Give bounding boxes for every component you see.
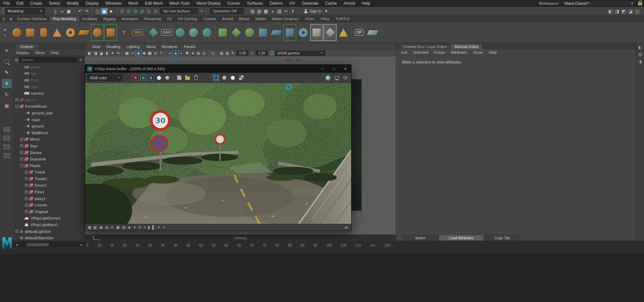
paint-effects-icon[interactable]: ✂ — [283, 8, 289, 14]
shelf-star-icon[interactable]: ✱ — [7, 17, 14, 21]
ior-white-sphere-icon[interactable] — [229, 74, 236, 81]
outliner-item-layout[interactable]: +layout — [13, 97, 85, 103]
scrollbar-thumb[interactable] — [26, 243, 49, 246]
outliner-item-TreeB1[interactable]: +TreeB1 — [13, 175, 85, 182]
motion-blur-icon[interactable]: ◎ — [201, 51, 207, 56]
ae-menu-show[interactable]: Show — [470, 50, 486, 54]
color-corrections-icon[interactable] — [124, 74, 131, 81]
outliner-toggle-icon[interactable]: ◧ — [638, 45, 642, 50]
undo-icon[interactable]: ↶ — [76, 8, 83, 14]
super-ellipse-icon[interactable] — [104, 24, 117, 41]
scroll-right-icon[interactable]: ▶ — [79, 243, 84, 246]
workspace-lock-icon[interactable] — [638, 2, 642, 5]
crosshair-icon[interactable]: ✛ — [111, 225, 114, 230]
expander-icon[interactable]: + — [15, 230, 18, 233]
grid-display-icon[interactable] — [366, 24, 379, 41]
attribute-editor-toggle-icon[interactable]: ◩ — [621, 8, 627, 14]
contrast-field[interactable]: 1.00 — [256, 51, 267, 55]
shelf-tab-poly-modeling[interactable]: Poly Modeling — [50, 16, 79, 21]
curve-tool-icon[interactable] — [147, 24, 160, 41]
shelf-tab-custom[interactable]: Custom — [200, 16, 219, 21]
expander-icon[interactable]: + — [25, 197, 28, 200]
vfb-channel-selector[interactable]: RGB color ▼ — [88, 74, 122, 81]
snap-view-plane-icon[interactable]: Ω — [146, 8, 152, 14]
poly-torus-icon[interactable] — [64, 24, 77, 41]
extrude-icon[interactable] — [283, 24, 297, 41]
checker-background-icon[interactable] — [238, 74, 245, 81]
save-scene-icon[interactable]: ▣ — [65, 8, 72, 14]
expander-icon[interactable]: + — [25, 177, 28, 180]
expand-footer-icon[interactable]: ≫ — [344, 225, 348, 230]
ae-menu-list[interactable]: List — [398, 50, 410, 54]
maximize-button[interactable]: □ — [328, 65, 340, 73]
menu-edit-mesh[interactable]: Edit Mesh — [142, 0, 166, 7]
snap-grid-icon[interactable]: Ω — [119, 8, 125, 14]
select-component-icon[interactable]: ■ — [108, 8, 114, 14]
monitor-icon[interactable] — [333, 74, 340, 81]
menu-surfaces[interactable]: Surfaces — [244, 0, 266, 7]
bevel-icon[interactable] — [256, 24, 270, 41]
stereo-sphere-icon[interactable] — [325, 74, 331, 81]
light-editor-icon[interactable]: ▤ — [276, 8, 283, 14]
outliner-item-Guardrail[interactable]: +Guardrail — [13, 156, 85, 162]
chevron-down-icon[interactable]: ▼ — [79, 58, 82, 61]
camera-attributes-icon[interactable]: ◪ — [98, 51, 104, 56]
safe-action-icon[interactable]: ◘ — [153, 51, 158, 56]
contrast-icon[interactable]: ◐ — [249, 51, 255, 56]
poly-plane-icon[interactable] — [77, 24, 91, 41]
expander-icon[interactable]: + — [25, 204, 28, 207]
expander-icon[interactable]: + — [25, 171, 28, 174]
outliner-menu-display[interactable]: Display — [13, 50, 32, 56]
select-object-icon[interactable]: ▣ — [101, 8, 108, 14]
render-view-icon[interactable]: ▤ — [249, 8, 256, 14]
outliner-item-road[interactable]: •❖road — [13, 116, 85, 123]
menu-windows[interactable]: Windows — [102, 0, 125, 7]
four-pane-layout-icon[interactable] — [3, 144, 11, 150]
expander-icon[interactable]: + — [20, 158, 23, 161]
grid-icon[interactable]: ▦ — [124, 51, 130, 56]
outliner-item-TreeA[interactable]: +TreeA — [13, 169, 85, 176]
boolean-icon[interactable] — [297, 24, 310, 41]
shelf-options-column[interactable]: ✱▸ — [0, 28, 10, 37]
three-pane-layout-icon[interactable] — [3, 152, 11, 159]
vray-frame-buffer-window[interactable]: V V-Ray frame buffer - [100% of 960 x 54… — [85, 64, 352, 231]
shadows-icon[interactable]: ● — [190, 51, 196, 56]
hypershade-persp-toggle-icon[interactable]: ◨ — [638, 59, 642, 64]
outliner-item-side[interactable]: side — [13, 84, 85, 90]
shelf-tab-rendering[interactable]: Rendering — [141, 16, 164, 21]
textured-icon[interactable]: ◐ — [178, 51, 184, 56]
outliner-item-WallRock[interactable]: •❖WallRock — [13, 130, 85, 136]
sign-in-button[interactable]: Sign In ▼ — [304, 9, 329, 13]
outliner-item-VRayLightRect1[interactable]: VRayLightRect1 — [13, 221, 85, 228]
flare-icon[interactable]: ✦ — [133, 225, 136, 230]
outliner-item-ForrestRoad[interactable]: -ForrestRoad — [13, 103, 85, 110]
menu-create[interactable]: Create — [27, 0, 46, 7]
green-channel-button[interactable]: G — [140, 75, 146, 81]
close-button[interactable]: ✕ — [340, 65, 351, 73]
ae-menu-selected[interactable]: Selected — [410, 50, 431, 54]
outliner-title[interactable]: Outliner — [16, 44, 38, 50]
ae-menu-attributes[interactable]: Attributes — [448, 50, 470, 54]
sculpt-arrow-icon[interactable] — [337, 24, 350, 41]
copy-tab-button[interactable]: Copy Tab — [485, 235, 520, 241]
shelf-tab-bifrost[interactable]: Bifrost — [236, 16, 252, 21]
copy-clipboard-icon[interactable] — [193, 74, 199, 81]
single-pane-layout-icon[interactable] — [3, 126, 11, 133]
menu-file[interactable]: File — [0, 0, 13, 7]
shelf-tab-turtle[interactable]: TURTLE — [332, 16, 353, 21]
menu-arnold[interactable]: Arnold — [340, 0, 359, 7]
expander-icon[interactable]: + — [25, 184, 28, 187]
shelf-tab-arnold[interactable]: Arnold — [219, 16, 236, 21]
shelf-tab-motion-graphics[interactable]: Motion Graphics — [269, 16, 302, 21]
bridge-icon[interactable] — [270, 24, 283, 41]
expander-icon[interactable]: + — [15, 98, 18, 101]
outliner-item-front[interactable]: front — [13, 77, 85, 84]
scroll-left-icon[interactable]: ◀ — [14, 243, 19, 246]
quad-draw-icon[interactable] — [216, 24, 229, 41]
menu-mesh-tools[interactable]: Mesh Tools — [166, 0, 193, 7]
coords-tool-icon[interactable]: 0,0,0 — [160, 24, 173, 41]
shelf-tab-mash[interactable]: MASH — [252, 16, 269, 21]
poly-cube-icon[interactable] — [23, 24, 37, 41]
color-sampler-icon[interactable]: ◍ — [105, 225, 108, 230]
outliner-item-top[interactable]: top — [13, 70, 85, 77]
